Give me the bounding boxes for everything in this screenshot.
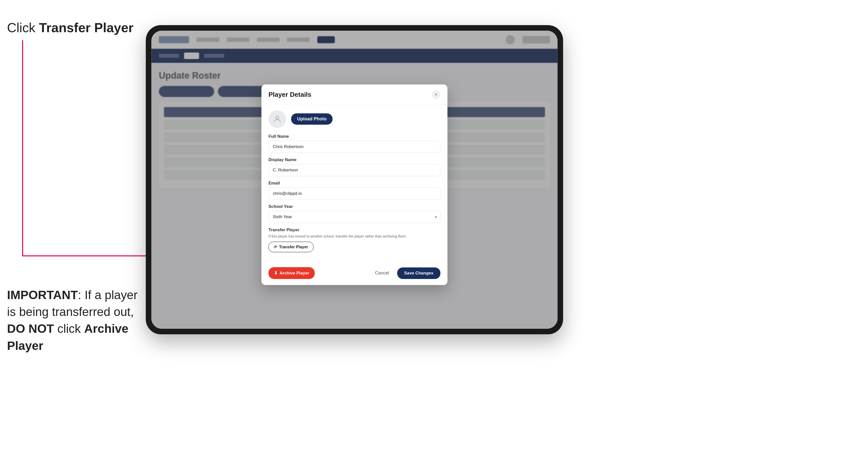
- email-input[interactable]: [269, 187, 440, 199]
- display-name-input[interactable]: [269, 164, 440, 176]
- modal-body: Upload Photo Full Name Display Name: [261, 104, 447, 263]
- transfer-icon: ⟳: [274, 245, 277, 249]
- transfer-player-section: Transfer Player If this player has moved…: [269, 227, 440, 252]
- save-changes-button[interactable]: Save Changes: [397, 268, 440, 279]
- instruction-bottom: IMPORTANT: If a player is being transfer…: [7, 286, 138, 354]
- do-not-label: DO NOT: [7, 322, 54, 335]
- full-name-label: Full Name: [269, 134, 440, 139]
- player-details-modal: Player Details × Upload Photo: [261, 85, 447, 285]
- school-year-label: School Year: [269, 204, 440, 209]
- instruction-bold: Transfer Player: [39, 20, 133, 35]
- avatar-circle: [269, 110, 286, 128]
- cancel-button[interactable]: Cancel: [371, 268, 393, 278]
- instruction-top: Click Transfer Player: [7, 20, 133, 35]
- transfer-player-description: If this player has moved to another scho…: [269, 234, 440, 239]
- important-label: IMPORTANT: [7, 288, 78, 302]
- instruction-text2: click: [54, 322, 84, 335]
- school-year-select-wrapper: Sixth Year First Year Second Year Third …: [269, 211, 440, 223]
- archive-player-button[interactable]: ⬇ Archive Player: [269, 267, 315, 279]
- full-name-input[interactable]: [269, 141, 440, 153]
- modal-title: Player Details: [269, 91, 311, 98]
- person-icon: [273, 115, 282, 124]
- transfer-player-button[interactable]: ⟳ Transfer Player: [269, 242, 313, 252]
- school-year-select[interactable]: Sixth Year First Year Second Year Third …: [269, 211, 440, 223]
- email-label: Email: [269, 181, 440, 186]
- modal-footer: ⬇ Archive Player Cancel Save Changes: [261, 263, 447, 285]
- school-year-field: School Year Sixth Year First Year Second…: [269, 204, 440, 223]
- archive-player-label: Archive Player: [280, 271, 309, 276]
- tablet-device: Update Roster Pla: [146, 25, 563, 334]
- display-name-field: Display Name: [269, 157, 440, 176]
- arrow-vertical-line: [22, 40, 23, 256]
- svg-point-0: [276, 116, 279, 119]
- modal-close-button[interactable]: ×: [432, 91, 440, 99]
- instruction-prefix: Click: [7, 20, 39, 35]
- archive-icon: ⬇: [274, 271, 278, 276]
- transfer-player-btn-label: Transfer Player: [279, 245, 308, 249]
- email-field: Email: [269, 181, 440, 199]
- full-name-field: Full Name: [269, 134, 440, 153]
- modal-overlay: Player Details × Upload Photo: [151, 31, 558, 329]
- upload-photo-button[interactable]: Upload Photo: [291, 113, 333, 125]
- modal-header: Player Details ×: [261, 85, 447, 104]
- tablet-screen: Update Roster Pla: [151, 31, 558, 329]
- display-name-label: Display Name: [269, 157, 440, 162]
- avatar-section: Upload Photo: [269, 110, 440, 128]
- transfer-player-label: Transfer Player: [269, 227, 440, 232]
